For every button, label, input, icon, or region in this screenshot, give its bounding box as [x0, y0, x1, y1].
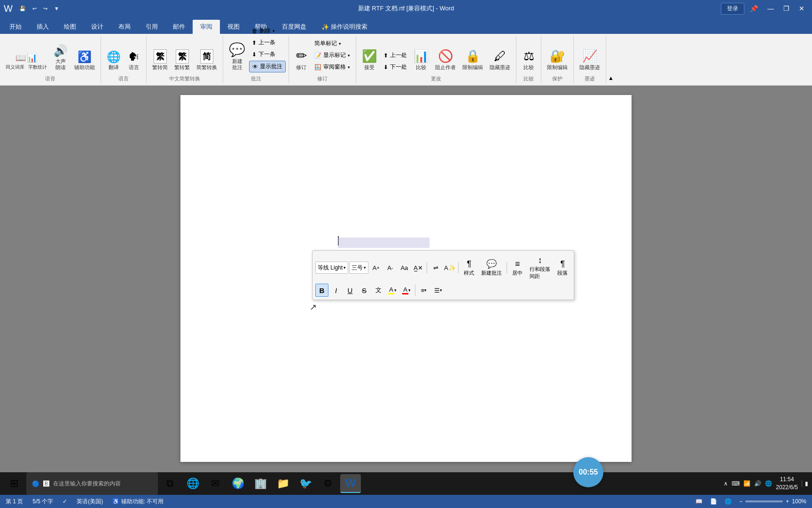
document-container[interactable]: 等线 Light ▾ 三号 ▾ A+ A- Aa A̲✕ ⇌ A✨ [0, 86, 812, 508]
change-case-button[interactable]: Aa [398, 261, 411, 274]
synonyms-button[interactable]: 📖 📊 同义词库 字数统计 [3, 51, 50, 72]
teams-button[interactable]: 🏢 [250, 474, 271, 493]
show-markup-button[interactable]: 📝 显示标记 ▾ [312, 50, 353, 61]
task-view-button[interactable]: ⧉ [160, 474, 180, 493]
bold-button[interactable]: B [315, 284, 328, 297]
prev-comment-button[interactable]: ⬆ 上一条 [249, 37, 286, 48]
tab-search[interactable]: ✨ 操作说明搜索 [314, 20, 375, 34]
pin-button[interactable]: 📌 [746, 3, 762, 14]
page-view-btn[interactable]: 📄 [710, 498, 717, 505]
grow-font-button[interactable]: A+ [369, 261, 383, 274]
underline-button[interactable]: U [344, 284, 357, 297]
line-spacing-ft-button[interactable]: ↕ 行和段落间距 [527, 254, 553, 282]
accept-button[interactable]: ✅ 接受 [359, 47, 380, 72]
tab-mailings[interactable]: 邮件 [165, 20, 193, 34]
hide-ink2-button[interactable]: 📈 隐藏墨迹 [577, 47, 603, 72]
quick-redo-btn[interactable]: ↪ [41, 5, 49, 13]
tray-ime-icon[interactable]: 🌐 [765, 480, 772, 487]
translate-button[interactable]: 🌐 翻译 [104, 48, 124, 72]
tab-review[interactable]: 审阅 [193, 20, 220, 34]
zoom-out-btn[interactable]: − [739, 498, 742, 505]
tab-draw[interactable]: 绘图 [56, 20, 84, 34]
strikethrough-button[interactable]: S [358, 284, 371, 297]
tray-up-arrow[interactable]: ∧ [724, 480, 728, 487]
compare-button[interactable]: 📊 比较 [411, 47, 431, 72]
show-comments-button[interactable]: 👁 显示批注 [249, 61, 286, 72]
quick-save-btn[interactable]: 💾 [17, 5, 28, 13]
quick-undo-btn[interactable]: ↩ [31, 5, 39, 13]
convert-button[interactable]: 简 简繁转换 [194, 48, 220, 72]
text-direction-button[interactable]: ⇌ [429, 261, 442, 274]
highlight-color-button[interactable]: A ▾ [386, 284, 399, 297]
language-indicator[interactable]: 英语(美国) [77, 498, 103, 506]
block-authors-button[interactable]: 🚫 阻止作者 [432, 47, 459, 72]
web-view-btn[interactable]: 🌐 [725, 498, 732, 505]
delete-comment-button[interactable]: 🗑 删除 ▾ [249, 25, 286, 36]
chrome-button[interactable]: 🌍 [227, 474, 248, 493]
mail-button[interactable]: ✉ [205, 474, 226, 493]
next-comment-button[interactable]: ⬇ 下一条 [249, 49, 286, 60]
numbered-dropdown[interactable]: ▾ [440, 288, 442, 293]
tab-references[interactable]: 引用 [138, 20, 165, 34]
new-comment-button[interactable]: 💬 新建批注 [226, 40, 248, 72]
font-family-dropdown[interactable]: 等线 Light ▾ [315, 262, 348, 274]
accessibility-button[interactable]: ♿ 辅助功能 [71, 48, 98, 72]
explorer-button[interactable]: 📁 [273, 474, 293, 493]
login-button[interactable]: 登录 [721, 3, 744, 15]
new-comment-ft-button[interactable]: 💬 新建批注 [478, 257, 505, 278]
simp-to-trad-button[interactable]: 繁 繁转繁 [172, 48, 193, 72]
show-desktop-btn[interactable]: ▮ [802, 480, 808, 487]
read-view-btn[interactable]: 📖 [695, 498, 703, 505]
next-change-button[interactable]: ⬇ 下一处 [381, 62, 410, 72]
phonetics-button[interactable]: 文 [372, 284, 385, 297]
bullet-dropdown[interactable]: ▾ [424, 288, 427, 293]
ribbon-group-track: ✏ 修订 简单标记 ▾ 📝 显示标记 ▾ 🪟 审阅窗格 ▾ [289, 36, 356, 83]
tab-home[interactable]: 开始 [2, 20, 29, 34]
numbered-list-button[interactable]: ☰ ▾ [431, 284, 445, 297]
read-aloud-button[interactable]: 🔊 大声朗读 [51, 42, 70, 72]
maximize-button[interactable]: ❐ [780, 3, 793, 14]
settings-button[interactable]: ⚙ [318, 474, 338, 493]
tab-layout[interactable]: 布局 [111, 20, 138, 34]
zoom-in-btn[interactable]: + [786, 498, 789, 505]
center-align-ft-button[interactable]: ≡ 居中 [509, 257, 526, 278]
hide-ink-button[interactable]: 🖊 隐藏墨迹 [487, 47, 513, 72]
trad-to-simp-button[interactable]: 繁 繁转简 [149, 48, 171, 72]
paragraph-style-button[interactable]: ¶ 样式 [461, 257, 477, 278]
feishu-button[interactable]: 🐦 [295, 474, 316, 493]
tray-clock[interactable]: 11:54 2022/6/5 [776, 476, 798, 492]
clear-format-button[interactable]: A̲✕ [412, 261, 425, 274]
italic-button[interactable]: I [329, 284, 343, 297]
search-bar[interactable]: 🔵 🅱 在这里输入你要搜索的内容 [26, 472, 158, 495]
display-markup-button[interactable]: 简单标记 ▾ [312, 38, 353, 49]
highlight-dropdown[interactable]: ▾ [394, 288, 397, 293]
ribbon-expand-icon[interactable]: ▲ [608, 75, 614, 81]
compare2-button[interactable]: ⚖ 比较 [519, 47, 538, 72]
bullet-list-button[interactable]: ≡ ▾ [417, 284, 430, 297]
quick-access-dropdown[interactable]: ▼ [52, 5, 61, 12]
tab-insert[interactable]: 插入 [29, 20, 56, 34]
text-effects-button[interactable]: A✨ [443, 261, 456, 274]
tray-volume-icon[interactable]: 🔊 [754, 480, 761, 487]
prev-change-button[interactable]: ⬆ 上一处 [381, 50, 410, 61]
font-color-button[interactable]: A ▾ [400, 284, 413, 297]
spellcheck-icon[interactable]: ✓ [62, 498, 67, 505]
track-changes-button[interactable]: ✏ 修订 [292, 46, 311, 72]
review-pane-button[interactable]: 🪟 审阅窗格 ▾ [312, 62, 353, 72]
tab-design[interactable]: 设计 [84, 20, 111, 34]
close-button[interactable]: ✕ [795, 3, 808, 14]
restrict2-button[interactable]: 🔐 限制编辑 [544, 47, 570, 72]
tray-keyboard-icon[interactable]: ⌨ [732, 480, 740, 487]
edge-button[interactable]: 🌐 [182, 474, 203, 493]
shrink-font-button[interactable]: A- [383, 261, 397, 274]
start-button[interactable]: ⊞ [4, 474, 24, 493]
zoom-slider[interactable] [745, 500, 783, 502]
minimize-button[interactable]: — [764, 3, 778, 14]
font-size-dropdown[interactable]: 三号 ▾ [349, 262, 368, 274]
language-button[interactable]: 🗣 语言 [125, 48, 143, 72]
restrict-editing-button[interactable]: 🔒 限制编辑 [460, 47, 486, 72]
tray-network-icon[interactable]: 📶 [743, 480, 750, 487]
word-taskbar-button[interactable]: W [340, 474, 361, 493]
font-color-dropdown[interactable]: ▾ [408, 288, 411, 293]
paragraph-ft-button[interactable]: ¶ 段落 [554, 257, 571, 278]
